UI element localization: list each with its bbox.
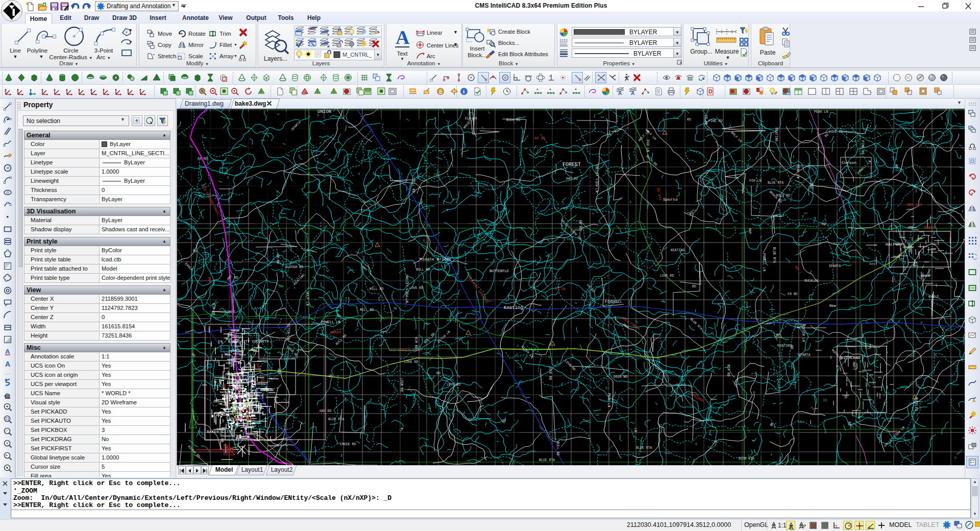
svg-text:BLUE RTA: BLUE RTA — [768, 181, 783, 185]
svg-text:1: 1 — [768, 142, 770, 147]
svg-text:HWY: HWY — [748, 228, 751, 234]
svg-text:0: 0 — [238, 387, 240, 391]
svg-text:36: 36 — [467, 121, 471, 125]
svg-text:CREEK RD: CREEK RD — [340, 443, 356, 446]
svg-text:HWY: HWY — [277, 369, 280, 375]
svg-text:A: A — [396, 27, 410, 48]
svg-text:0: 0 — [954, 456, 957, 460]
svg-text:PEAK LN: PEAK LN — [814, 110, 828, 114]
svg-text:DEER RD: DEER RD — [614, 375, 627, 379]
svg-text:LN: LN — [633, 428, 637, 432]
svg-text:31: 31 — [747, 454, 751, 458]
svg-text:RD: RD — [687, 118, 691, 122]
svg-text:DITCH LN: DITCH LN — [286, 324, 290, 340]
svg-text:UNION: UNION — [317, 109, 331, 114]
svg-text:MILL RD: MILL RD — [776, 194, 790, 198]
svg-text:POWELL LN: POWELL LN — [321, 320, 340, 324]
svg-text:FR RD: FR RD — [788, 293, 798, 296]
svg-text:31: 31 — [225, 232, 229, 236]
svg-text:EAGLE: EAGLE — [929, 295, 939, 299]
svg-text:6: 6 — [548, 355, 550, 359]
svg-text:31: 31 — [335, 231, 339, 235]
svg-text:KEATING: KEATING — [777, 344, 791, 348]
svg-text:LOVE RD: LOVE RD — [400, 378, 403, 392]
svg-text:NO 38: NO 38 — [555, 287, 566, 291]
svg-text:BLUE RTA: BLUE RTA — [636, 446, 652, 450]
svg-text:RIM RD: RIM RD — [414, 337, 418, 349]
svg-text:HALFWAY: HALFWAY — [886, 242, 903, 247]
svg-text:0: 0 — [728, 364, 730, 368]
svg-text:FR RD: FR RD — [704, 115, 707, 125]
svg-text:A: A — [972, 398, 976, 403]
svg-text:LOVE RD: LOVE RD — [829, 130, 843, 134]
svg-text:FOX LN: FOX LN — [646, 140, 649, 152]
svg-text:i: i — [463, 88, 464, 94]
svg-text:FR RD: FR RD — [578, 220, 582, 230]
svg-text:36: 36 — [279, 284, 283, 288]
svg-text:RICHLAND: RICHLAND — [841, 355, 861, 360]
svg-text:6: 6 — [226, 313, 228, 317]
svg-text:M_CNTRL_LINE_: M_CNTRL_LINE_ — [342, 52, 372, 58]
svg-text:LOVE RD: LOVE RD — [404, 360, 418, 364]
svg-text:BULL RD: BULL RD — [416, 268, 430, 272]
svg-text:31: 31 — [944, 122, 948, 126]
svg-text:A: A — [5, 348, 10, 355]
svg-text:WOLF LN: WOLF LN — [305, 292, 309, 305]
svg-text:NO 86: NO 86 — [222, 384, 226, 395]
svg-text:FR RD: FR RD — [198, 157, 208, 161]
svg-text:6: 6 — [920, 321, 922, 325]
svg-text:A: A — [618, 90, 622, 96]
svg-text:HAY RD: HAY RD — [566, 177, 578, 181]
svg-text:36: 36 — [426, 224, 430, 228]
svg-text:BLUE RTA: BLUE RTA — [328, 418, 344, 421]
svg-text:KEATING: KEATING — [671, 249, 684, 252]
svg-text:HAY RD: HAY RD — [320, 409, 332, 413]
svg-text:36: 36 — [433, 173, 437, 177]
svg-text:BLUE RTA: BLUE RTA — [739, 457, 754, 461]
svg-text:36: 36 — [823, 398, 827, 402]
svg-text:RD: RD — [894, 164, 898, 168]
svg-text:POWELL LN: POWELL LN — [762, 253, 766, 271]
svg-text:HWY: HWY — [852, 362, 855, 368]
svg-text:RD: RD — [436, 372, 440, 375]
svg-text:BLUE RTA: BLUE RTA — [772, 247, 776, 263]
svg-text:BAKER CITY: BAKER CITY — [207, 429, 231, 434]
svg-text:New: New — [829, 304, 836, 308]
svg-text:PEAK LN: PEAK LN — [796, 164, 799, 178]
svg-text:6: 6 — [722, 195, 724, 199]
svg-text:1: 1 — [883, 393, 885, 397]
svg-text:RUCKLES: RUCKLES — [914, 397, 918, 411]
svg-text:6: 6 — [629, 200, 631, 204]
svg-text:VALLEY VIEW LN: VALLEY VIEW LN — [595, 164, 598, 192]
svg-text:31: 31 — [886, 391, 890, 395]
svg-text:0: 0 — [695, 442, 697, 446]
svg-text:SLOUGH RD: SLOUGH RD — [285, 266, 303, 269]
svg-text:31: 31 — [336, 238, 340, 242]
svg-text:FOX LN: FOX LN — [749, 179, 762, 183]
svg-text:Keating: Keating — [504, 305, 523, 310]
svg-text:36: 36 — [635, 144, 639, 149]
svg-text:Middle Bridge: Middle Bridge — [420, 257, 452, 261]
svg-text:31: 31 — [917, 306, 921, 310]
svg-text:FOREST: FOREST — [562, 162, 581, 167]
svg-text:KEATING: KEATING — [774, 128, 778, 141]
svg-text:VALLEY VIEW LN: VALLEY VIEW LN — [405, 275, 408, 303]
svg-text:36: 36 — [426, 258, 430, 262]
svg-text:LOVE RD: LOVE RD — [548, 366, 552, 380]
svg-text:FR RD: FR RD — [276, 254, 279, 264]
svg-text:HWY 414: HWY 414 — [907, 203, 922, 207]
svg-text:LOVE RD: LOVE RD — [409, 286, 423, 290]
svg-text:NO 86: NO 86 — [534, 136, 545, 140]
svg-text:1: 1 — [953, 196, 955, 200]
svg-text:OLD OREGON TRAIL: OLD OREGON TRAIL — [389, 348, 423, 352]
svg-text:6: 6 — [843, 252, 845, 256]
svg-text:BAKER CITY VICINITY: BAKER CITY VICINITY — [228, 340, 270, 344]
svg-text:D: D — [708, 88, 713, 94]
svg-text:SPARTA: SPARTA — [829, 264, 841, 268]
svg-text:RD: RD — [847, 422, 851, 426]
svg-text:BAKER: BAKER — [330, 330, 341, 334]
svg-text:A: A — [631, 90, 634, 96]
svg-text:6: 6 — [317, 113, 319, 117]
svg-text:1: 1 — [401, 172, 403, 176]
svg-text:ELK LN: ELK LN — [465, 117, 477, 120]
